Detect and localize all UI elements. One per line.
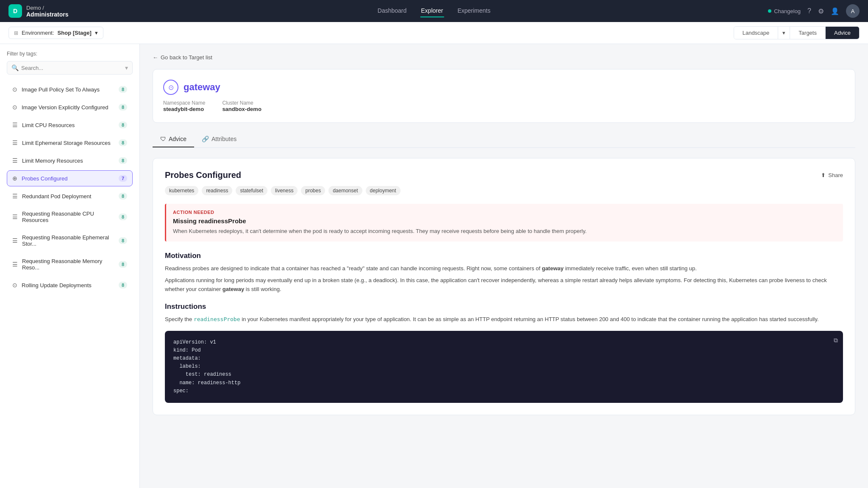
sidebar-item-icon: ☰ [12, 122, 18, 128]
sidebar-item-icon: ☰ [12, 237, 18, 244]
code-line-4: labels: [173, 363, 835, 371]
sidebar-item-limit-ephemeral[interactable]: ☰ Limit Ephemeral Storage Resources 8 [7, 135, 133, 151]
sidebar-item-limit-memory[interactable]: ☰ Limit Memory Resources 8 [7, 152, 133, 169]
motivation-para-1: Readiness probes are designed to indicat… [165, 264, 843, 273]
action-needed-desc: When Kubernetes redeploys, it can't dete… [173, 227, 836, 236]
top-nav: D Demo / Administrators Dashboard Explor… [0, 0, 868, 22]
sidebar-item-limit-cpu[interactable]: ☰ Limit CPU Resources 8 [7, 117, 133, 133]
sidebar-item-badge: 8 [119, 261, 127, 268]
sidebar-item-badge: 8 [119, 282, 127, 288]
sidebar-item-icon: ☰ [12, 193, 18, 200]
nav-center: Dashboard Explorer Experiments [377, 5, 491, 17]
settings-icon[interactable]: ⚙ [818, 7, 824, 15]
tag-statefulset[interactable]: statefulset [236, 186, 267, 195]
sidebar-item-req-ephemeral[interactable]: ☰ Requesting Reasonable Ephemeral Stor..… [7, 230, 133, 252]
back-link-label: Go back to Target list [161, 54, 212, 61]
target-meta: Namespace Name steadybit-demo Cluster Na… [163, 100, 845, 112]
logo-area: D Demo / Administrators [8, 4, 69, 18]
namespace-label: Namespace Name [163, 100, 205, 106]
sidebar-item-label: Rolling Update Deployments [22, 282, 119, 288]
env-chevron-icon: ▾ [95, 30, 98, 36]
environment-selector[interactable]: ⊞ Environment: Shop [Stage] ▾ [8, 27, 103, 39]
tab-attributes[interactable]: 🔗 Attributes [194, 131, 244, 147]
share-label: Share [828, 172, 843, 178]
share-button[interactable]: ⬆ Share [821, 172, 843, 178]
nav-experiments[interactable]: Experiments [456, 5, 491, 17]
search-icon: 🔍 [11, 64, 19, 71]
sidebar-item-icon: ⊙ [12, 86, 17, 93]
sidebar-item-badge: 8 [119, 139, 127, 146]
sidebar-item-probes[interactable]: ⊕ Probes Configured 7 [7, 170, 133, 186]
tab-landscape-dropdown[interactable]: ▾ [778, 27, 790, 39]
sidebar-item-image-pull-policy[interactable]: ⊙ Image Pull Policy Set To Always 8 [7, 81, 133, 97]
sidebar-item-icon: ☰ [12, 261, 18, 268]
sidebar-item-req-cpu[interactable]: ☰ Requesting Reasonable CPU Resources 8 [7, 206, 133, 228]
sidebar-item-redundant-pod[interactable]: ☰ Redundant Pod Deployment 8 [7, 188, 133, 204]
instructions-text: Specify the readinessProbe in your Kuber… [165, 315, 843, 324]
sidebar-item-image-version[interactable]: ⊙ Image Version Explicitly Configured 8 [7, 99, 133, 115]
cluster-value: sandbox-demo [222, 106, 261, 112]
sidebar-item-icon: ⊕ [12, 175, 17, 182]
sidebar-item-badge: 8 [119, 122, 127, 128]
advice-section: Probes Configured ⬆ Share kubernetes rea… [153, 158, 855, 415]
tab-targets[interactable]: Targets [790, 27, 826, 39]
sidebar-item-icon: ☰ [12, 139, 18, 146]
nav-right: Changelog ? ⚙ 👤 A [768, 4, 860, 18]
search-input[interactable] [21, 65, 125, 71]
sidebar-item-badge: 7 [119, 175, 127, 182]
tag-daemonset[interactable]: daemonset [328, 186, 362, 195]
target-header: ⊙ gateway [163, 80, 845, 95]
sidebar-item-rolling-update[interactable]: ⊙ Rolling Update Deployments 8 [7, 277, 133, 293]
view-tab-group: Landscape ▾ Targets Advice [734, 26, 860, 39]
code-line-5: test: readiness [173, 371, 835, 379]
back-link[interactable]: ← Go back to Target list [153, 54, 855, 61]
org-name[interactable]: Administrators [26, 11, 69, 18]
action-needed-title: Missing readinessProbe [173, 217, 836, 225]
sidebar-item-badge: 8 [119, 157, 127, 164]
nav-explorer[interactable]: Explorer [420, 5, 444, 17]
sub-nav: ⊞ Environment: Shop [Stage] ▾ Landscape … [0, 22, 868, 44]
env-name: Shop [Stage] [58, 30, 92, 36]
advice-tab-icon: 🛡 [160, 136, 166, 142]
namespace-value: steadybit-demo [163, 106, 205, 112]
tag-kubernetes[interactable]: kubernetes [165, 186, 198, 195]
code-line-2: kind: Pod [173, 347, 835, 355]
tab-advice[interactable]: Advice [826, 27, 859, 39]
action-needed-box: ACTION NEEDED Missing readinessProbe Whe… [165, 204, 843, 241]
user-icon[interactable]: 👤 [831, 7, 839, 15]
sidebar-item-label: Requesting Reasonable Ephemeral Stor... [22, 234, 119, 247]
target-icon: ⊙ [163, 80, 178, 95]
back-arrow-icon: ← [153, 54, 158, 61]
code-line-7: spec: [173, 387, 835, 395]
sidebar-item-label: Limit Ephemeral Storage Resources [22, 140, 119, 146]
main-content: ← Go back to Target list ⊙ gateway Names… [140, 44, 868, 488]
attributes-tab-icon: 🔗 [202, 136, 209, 142]
copy-icon[interactable]: ⧉ [834, 336, 838, 345]
target-name: gateway [184, 82, 220, 93]
changelog-button[interactable]: Changelog [768, 8, 801, 14]
code-block: ⧉ apiVersion: v1 kind: Pod metadata: lab… [165, 331, 843, 403]
motivation-para-2: Applications running for long periods ma… [165, 276, 843, 294]
tag-readiness[interactable]: readiness [202, 186, 232, 195]
avatar[interactable]: A [846, 4, 860, 18]
instructions-title: Instructions [165, 302, 843, 311]
tab-advice[interactable]: 🛡 Advice [153, 131, 194, 147]
chevron-down-icon: ▾ [125, 64, 128, 71]
tag-liveness[interactable]: liveness [271, 186, 298, 195]
code-line-6: name: readiness-http [173, 379, 835, 387]
attributes-tab-label: Attributes [211, 136, 236, 142]
tab-landscape[interactable]: Landscape [734, 27, 779, 39]
sidebar-item-req-memory[interactable]: ☰ Requesting Reasonable Memory Reso... 8 [7, 253, 133, 275]
motivation-title: Motivation [165, 252, 843, 260]
target-card: ⊙ gateway Namespace Name steadybit-demo … [153, 69, 855, 123]
sidebar: Filter by tags: 🔍 ▾ ⊙ Image Pull Policy … [0, 44, 140, 488]
sidebar-item-icon: ☰ [12, 157, 18, 164]
help-icon[interactable]: ? [807, 7, 811, 15]
sidebar-item-label: Requesting Reasonable CPU Resources [22, 211, 119, 223]
search-bar[interactable]: 🔍 ▾ [7, 61, 133, 75]
sidebar-item-icon: ⊙ [12, 282, 17, 288]
tag-probes[interactable]: probes [301, 186, 325, 195]
tag-deployment[interactable]: deployment [366, 186, 401, 195]
nav-dashboard[interactable]: Dashboard [377, 5, 408, 17]
changelog-label: Changelog [774, 8, 801, 14]
